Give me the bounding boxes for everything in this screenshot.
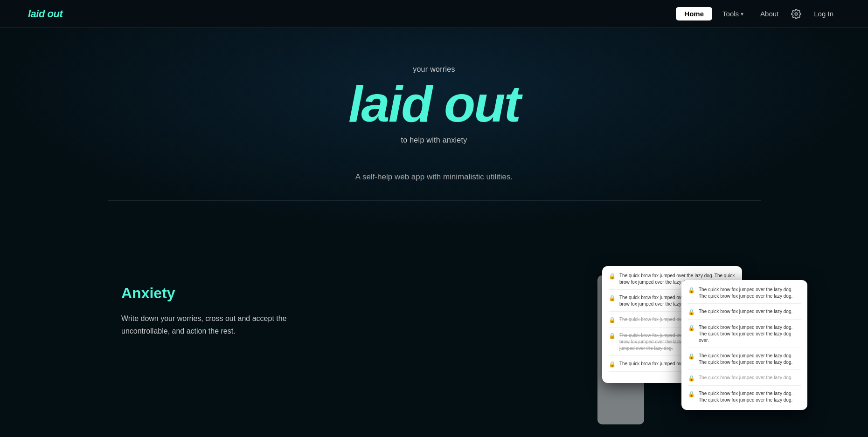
chevron-down-icon: ▾: [741, 11, 743, 17]
svg-point-0: [795, 13, 798, 15]
anxiety-text-block: Anxiety Write down your worries, cross o…: [121, 266, 299, 337]
front-text-0: The quick brow fox jumped over the lazy …: [699, 287, 801, 300]
home-button[interactable]: Home: [676, 7, 712, 20]
hero-section: your worries laid out to help with anxie…: [0, 28, 868, 229]
front-lock-4: 🔒: [688, 375, 695, 382]
hero-description: A self-help web app with minimalistic ut…: [355, 172, 513, 182]
anxiety-mockup: 🔒 The quick brow fox jumped over the laz…: [597, 266, 793, 437]
front-lock-1: 🔒: [688, 309, 695, 315]
tools-dropdown[interactable]: Tools ▾: [716, 7, 750, 20]
front-lock-2: 🔒: [688, 325, 695, 331]
mockup-front-card: 🔒 The quick brow fox jumped over the laz…: [681, 280, 807, 410]
front-entry-0: 🔒 The quick brow fox jumped over the laz…: [688, 287, 801, 304]
lock-icon-3: 🔒: [609, 333, 616, 339]
hero-title: laid out: [348, 78, 520, 130]
lock-icon-2: 🔒: [609, 317, 616, 323]
front-entry-3: 🔒 The quick brow fox jumped over the laz…: [688, 353, 801, 370]
front-lock-0: 🔒: [688, 287, 695, 294]
navbar: laid out Home Tools ▾ About Log In: [0, 0, 868, 28]
front-lock-3: 🔒: [688, 353, 695, 360]
front-entry-1: 🔒 The quick brow fox jumped over the laz…: [688, 308, 801, 320]
about-link[interactable]: About: [754, 7, 785, 20]
front-text-4: The quick brow fox jumped over the lazy …: [699, 375, 792, 381]
anxiety-section: Anxiety Write down your worries, cross o…: [0, 229, 868, 437]
tools-label: Tools: [722, 10, 739, 18]
front-entry-4: 🔒 The quick brow fox jumped over the laz…: [688, 375, 801, 386]
lock-icon-4: 🔒: [609, 361, 616, 368]
hero-divider: [108, 200, 761, 201]
lock-icon-1: 🔒: [609, 295, 616, 301]
front-lock-5: 🔒: [688, 391, 695, 397]
settings-icon[interactable]: [789, 7, 804, 21]
hero-your-worries: your worries: [413, 65, 455, 74]
nav-right: Home Tools ▾ About Log In: [676, 7, 840, 21]
front-entry-2: 🔒 The quick brow fox jumped over the laz…: [688, 324, 801, 348]
anxiety-body: Write down your worries, cross out and a…: [121, 312, 299, 337]
front-text-3: The quick brow fox jumped over the lazy …: [699, 353, 801, 366]
login-button[interactable]: Log In: [807, 7, 840, 20]
lock-icon: 🔒: [609, 273, 616, 280]
front-entry-5: 🔒 The quick brow fox jumped over the laz…: [688, 390, 801, 403]
hero-subtitle: to help with anxiety: [401, 136, 467, 144]
nav-logo[interactable]: laid out: [28, 8, 62, 20]
front-text-1: The quick brow fox jumped over the lazy …: [699, 308, 792, 315]
anxiety-heading: Anxiety: [121, 285, 299, 302]
front-text-5: The quick brow fox jumped over the lazy …: [699, 390, 801, 403]
front-text-2: The quick brow fox jumped over the lazy …: [699, 324, 801, 344]
